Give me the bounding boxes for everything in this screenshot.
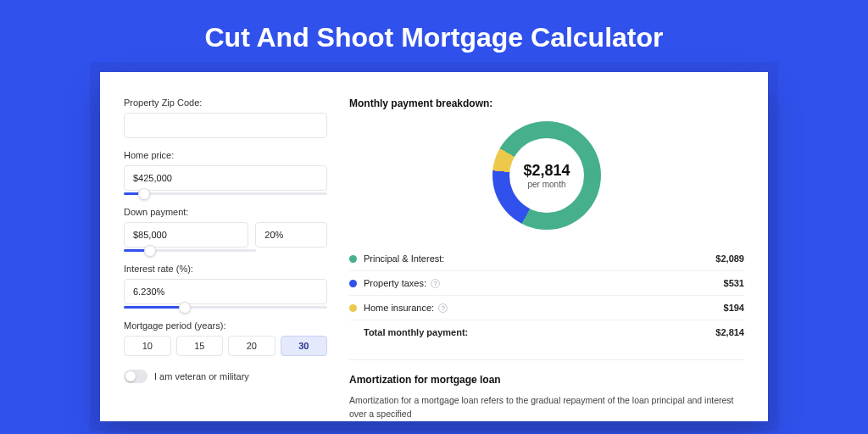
period-button-15[interactable]: 15: [176, 336, 224, 356]
down-payment-pct-input[interactable]: [255, 222, 327, 248]
donut-chart: $2,814 per month: [492, 121, 601, 230]
legend-label: Principal & Interest:: [364, 253, 715, 264]
page-title: Cut And Shoot Mortgage Calculator: [0, 0, 868, 72]
legend-value: $194: [724, 303, 744, 313]
zip-field: Property Zip Code:: [124, 97, 327, 138]
veteran-toggle[interactable]: [124, 370, 147, 383]
slider-thumb[interactable]: [179, 302, 191, 314]
breakdown-title: Monthly payment breakdown:: [349, 97, 744, 109]
down-payment-input[interactable]: [124, 222, 248, 248]
mortgage-period-field: Mortgage period (years): 10152030: [124, 320, 327, 356]
down-payment-label: Down payment:: [124, 207, 327, 217]
interest-rate-field: Interest rate (%):: [124, 264, 327, 309]
amortization-text: Amortization for a mortgage loan refers …: [349, 394, 744, 421]
breakdown-column: Monthly payment breakdown: $2,814 per mo…: [349, 97, 744, 421]
info-icon[interactable]: ?: [431, 279, 440, 288]
slider-thumb[interactable]: [144, 245, 156, 257]
home-price-field: Home price:: [124, 150, 327, 195]
zip-input[interactable]: [124, 113, 327, 138]
legend-swatch: [349, 255, 357, 263]
home-price-label: Home price:: [124, 150, 327, 160]
legend-row: Home insurance:?$194: [349, 296, 744, 320]
total-value: $2,814: [715, 327, 744, 337]
donut-sublabel: per month: [527, 180, 565, 189]
donut-amount: $2,814: [523, 162, 570, 180]
calculator-card: Property Zip Code: Home price: Down paym…: [100, 72, 768, 421]
zip-label: Property Zip Code:: [124, 97, 327, 108]
total-label: Total monthly payment:: [364, 327, 715, 337]
legend-value: $2,089: [715, 253, 744, 264]
donut-chart-wrap: $2,814 per month: [349, 121, 744, 230]
period-button-30[interactable]: 30: [281, 336, 328, 356]
info-icon[interactable]: ?: [438, 303, 448, 313]
down-payment-field: Down payment:: [124, 207, 327, 252]
interest-rate-slider[interactable]: [124, 306, 327, 309]
veteran-toggle-row: I am veteran or military: [124, 370, 327, 383]
legend-label: Property taxes:?: [364, 278, 724, 288]
interest-rate-label: Interest rate (%):: [124, 264, 327, 274]
period-button-10[interactable]: 10: [124, 336, 171, 356]
legend: Principal & Interest:$2,089Property taxe…: [349, 247, 744, 320]
legend-label: Home insurance:?: [364, 303, 724, 313]
amortization-title: Amortization for mortgage loan: [349, 374, 744, 386]
donut-center: $2,814 per month: [509, 138, 584, 213]
legend-value: $531: [724, 278, 744, 288]
home-price-input[interactable]: [124, 165, 327, 191]
legend-swatch: [349, 280, 357, 287]
down-payment-slider[interactable]: [124, 249, 256, 252]
legend-row: Principal & Interest:$2,089: [349, 247, 744, 271]
mortgage-period-label: Mortgage period (years):: [124, 320, 327, 331]
veteran-label: I am veteran or military: [154, 371, 249, 381]
home-price-slider[interactable]: [124, 192, 327, 195]
interest-rate-input[interactable]: [124, 279, 327, 304]
inputs-column: Property Zip Code: Home price: Down paym…: [124, 97, 327, 421]
total-row: Total monthly payment: $2,814: [349, 320, 744, 344]
legend-swatch: [349, 304, 357, 312]
amortization-section: Amortization for mortgage loan Amortizat…: [349, 359, 744, 421]
legend-row: Property taxes:?$531: [349, 271, 744, 296]
slider-thumb[interactable]: [138, 188, 150, 200]
period-button-20[interactable]: 20: [228, 336, 275, 356]
